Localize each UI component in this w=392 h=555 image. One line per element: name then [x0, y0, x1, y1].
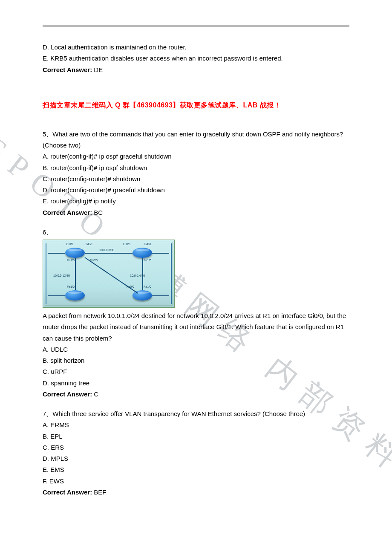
lbl-fa10-r4: Fa1/0	[144, 285, 151, 288]
q6-number: 6、	[43, 227, 349, 238]
lbl-net-left: 10.0.0.12/30	[53, 274, 70, 277]
q5-option-a: A. router(config-if)# ip ospf graceful s…	[43, 151, 349, 162]
lbl-net-right: 10.0.0.4/30	[130, 274, 145, 277]
q7-option-f: F. EWS	[43, 476, 349, 487]
link-r4-right	[152, 295, 169, 296]
q7-stem: 7、Which three service offer VLAN transpa…	[43, 408, 349, 419]
lbl-fa10-r2: Fa1/0	[144, 259, 151, 262]
lbl-gi00-r2: Gi0/0	[123, 243, 130, 246]
q5-answer: Correct Answer: BC	[43, 207, 349, 218]
question-6: 6、 Gi0/0 Gi0/1 Gi0/0 Gi0/1 10.0.0.0/30	[43, 227, 349, 400]
q5-option-c: C. router(config-router)# shutdown	[43, 173, 349, 185]
answer-line: Correct Answer: DE	[43, 64, 349, 75]
lbl-gi01-r1: Gi0/1	[86, 243, 93, 246]
answer-label: Correct Answer:	[43, 390, 94, 398]
q7-answer: Correct Answer: BEF	[43, 487, 349, 498]
q7-option-c: C. ERS	[43, 442, 349, 453]
promo-banner: 扫描文章末尾二维码入 Q 群【463904693】获取更多笔试题库、LAB 战报…	[43, 101, 349, 110]
router-r2-icon	[133, 248, 152, 258]
right-axis	[171, 243, 172, 304]
link-r1-r3	[75, 258, 76, 290]
q7-option-b: B. EPL	[43, 431, 349, 442]
lbl-fa10-r1: Fa1/0	[67, 259, 75, 262]
q5-stem: 5、What are two of the commands that you …	[43, 129, 349, 151]
answer-label: Correct Answer:	[43, 489, 94, 496]
q6-stem-line3: can cause this problem?	[43, 333, 349, 344]
page-content: D. Local authentication is maintained on…	[0, 0, 392, 523]
lbl-gi01-r2: Gi0/1	[144, 243, 152, 246]
link-top	[85, 253, 133, 254]
top-divider	[43, 26, 349, 26]
link-r1-left	[48, 253, 65, 254]
q7-option-d: D. MPLS	[43, 453, 349, 464]
lbl-gi00-r1: Gi0/0	[66, 243, 73, 246]
left-axis	[46, 243, 46, 304]
q6-answer: Correct Answer: C	[43, 389, 349, 400]
q6-stem-line1: A packet from network 10.0.1.0/24 destin…	[43, 310, 349, 321]
option-d: D. Local authentication is maintained on…	[43, 42, 349, 53]
network-diagram: Gi0/0 Gi0/1 Gi0/0 Gi0/1 10.0.0.0/30 Fa1/…	[43, 240, 175, 308]
question-previous-tail: D. Local authentication is maintained on…	[43, 42, 349, 75]
answer-value: BEF	[94, 489, 106, 496]
answer-value: BC	[94, 209, 103, 216]
q6-option-c: C. uRPF	[43, 366, 349, 377]
q5-option-d: D. router(config-router)# graceful shutd…	[43, 185, 349, 196]
q7-option-e: E. EMS	[43, 464, 349, 475]
question-5: 5、What are two of the commands that you …	[43, 129, 349, 218]
answer-value: DE	[94, 66, 103, 73]
q6-stem-line2: router drops the packet instead of trans…	[43, 321, 349, 332]
answer-label: Correct Answer:	[43, 209, 94, 216]
link-r2-right	[152, 253, 169, 254]
q6-option-a: A. UDLC	[43, 344, 349, 355]
q7-option-a: A. ERMS	[43, 419, 349, 431]
q6-option-d: D. spanning tree	[43, 378, 349, 389]
lbl-fa00-r4: Fa0/0	[127, 285, 134, 288]
answer-value: C	[94, 390, 98, 398]
q5-option-b: B. router(config-if)# ip ospf shutdown	[43, 162, 349, 173]
answer-label: Correct Answer:	[43, 66, 94, 73]
lbl-fa10-r3: Fa1/0	[67, 285, 75, 288]
option-e: E. KRB5 authentication disables user acc…	[43, 53, 349, 64]
router-r3-icon	[65, 290, 85, 301]
lbl-net-top: 10.0.0.0/30	[99, 249, 114, 251]
q5-option-e: E. router(config)# ip notify	[43, 196, 349, 207]
router-r1-icon	[65, 248, 85, 258]
q6-option-b: B. split horizon	[43, 355, 349, 366]
lbl-fa00-r1: Fa0/0	[90, 259, 98, 262]
link-r3-left	[48, 295, 65, 296]
question-7: 7、Which three service offer VLAN transpa…	[43, 408, 349, 498]
